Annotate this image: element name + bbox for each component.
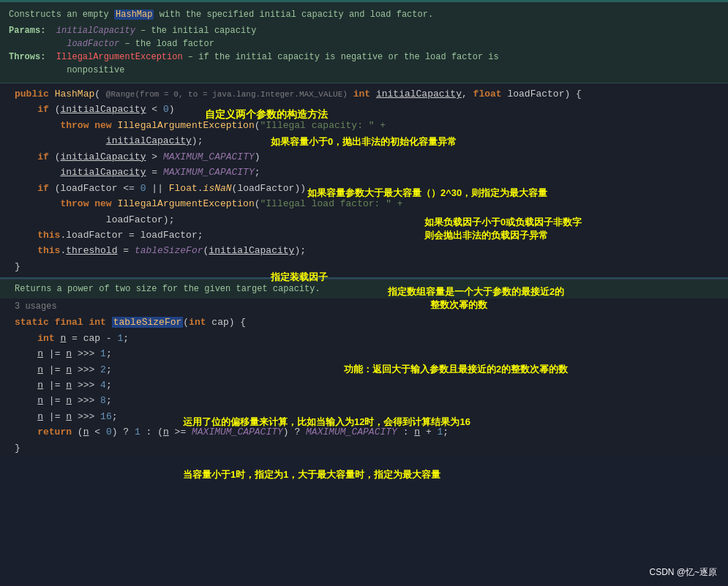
code-line-shift4: n |= n >>> 4;: [15, 377, 713, 393]
code-line-shift8: n |= n >>> 8;: [15, 393, 713, 408]
code-line-throw2a: throw new IllegalArgumentException("Ille…: [15, 196, 713, 211]
code-line-shift1: n |= n >>> 1;: [15, 346, 713, 361]
code-line-shift16: n |= n >>> 16;: [15, 409, 713, 424]
bottom-section: Returns a power of two size for the give…: [0, 279, 728, 456]
code-line-if2: if (initialCapacity > MAXIMUM_CAPACITY): [15, 149, 713, 165]
doc-params: Params: initialCapacity – the initial ca…: [9, 24, 719, 37]
code-line-method-sig: static final int tableSizeFor(int cap) {: [15, 315, 713, 330]
code-line-if3: if (loadFactor <= 0 || Float.isNaN(loadF…: [15, 181, 713, 196]
usages-line: 3 usages: [0, 298, 728, 315]
doc-area-top: Constructs an empty HashMap with the spe…: [0, 2, 728, 83]
code-line-shift2: n |= n >>> 2;: [15, 362, 713, 377]
code-line-constructor: public HashMap( @Range(from = 0, to = ja…: [15, 86, 713, 102]
watermark: CSDN @忆~逐原: [649, 566, 717, 579]
code-line-assign1: initialCapacity = MAXIMUM_CAPACITY;: [15, 165, 713, 180]
doc-throws-cont: nonpositive: [9, 64, 719, 77]
doc-load-factor: loadFactor – the load factor: [9, 37, 719, 50]
code-area-top: public HashMap( @Range(from = 0, to = ja…: [0, 83, 728, 277]
code-line-assign2: this.loadFactor = loadFactor;: [15, 228, 713, 243]
code-line-throw1a: throw new IllegalArgumentException("Ille…: [15, 118, 713, 133]
code-line-throw2b: loadFactor);: [15, 212, 713, 228]
code-line-return: return (n < 0) ? 1 : (n >= MAXIMUM_CAPAC…: [15, 424, 713, 440]
code-section-bottom: static final int tableSizeFor(int cap) {…: [0, 315, 728, 456]
annotation-capacity-limit: 当容量小于1时，指定为1，大于最大容量时，指定为最大容量: [183, 468, 440, 481]
code-line-assign3: this.threshold = tableSizeFor(initialCap…: [15, 243, 713, 258]
code-line-throw1b: initialCapacity);: [15, 133, 713, 149]
doc-throws: Throws: IllegalArgumentException – if th…: [9, 50, 719, 64]
returns-doc-text: Returns a power of two size for the give…: [15, 284, 320, 294]
code-line-if1: if (initialCapacity < 0): [15, 102, 713, 117]
returns-doc: Returns a power of two size for the give…: [0, 279, 728, 298]
usages-count: 3 usages: [15, 301, 57, 312]
code-line-close2: }: [15, 440, 713, 456]
main-container: Constructs an empty HashMap with the spe…: [0, 0, 728, 586]
doc-line1: Constructs an empty HashMap with the spe…: [9, 8, 719, 21]
code-line-close1: }: [15, 259, 713, 274]
code-line-n-assign: int n = cap - 1;: [15, 331, 713, 346]
